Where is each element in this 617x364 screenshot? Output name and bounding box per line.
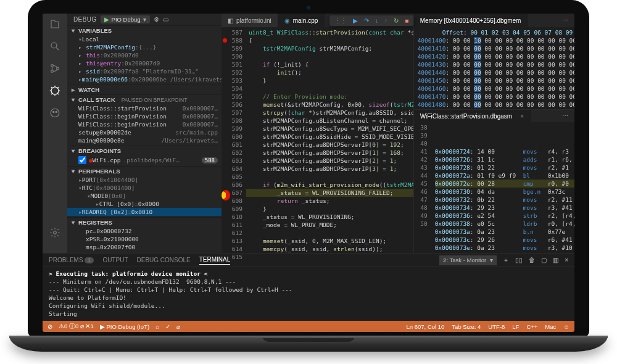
laptop-camera xyxy=(307,6,311,10)
gear-icon[interactable]: ⚙ xyxy=(154,16,159,23)
stack-frame[interactable]: WiFiClass::beginProvision0x0000007… xyxy=(67,112,222,120)
status-item[interactable]: ☺ xyxy=(563,323,569,330)
continue-icon[interactable]: ▶ xyxy=(353,17,358,24)
start-debug-icon: ▶ xyxy=(104,16,109,23)
variable-row[interactable]: ▸main@00000e66: 0x200006be /Users/ikrave… xyxy=(67,75,222,83)
tab-memory[interactable]: Memory [0x40001400+256].dbgmem xyxy=(414,14,528,27)
panel-tab[interactable]: PROBLEMS 1 xyxy=(49,257,94,263)
debug-toolbar[interactable]: ⋮⋮ ▶ ↷ ↓ ↑ ↻ ■ xyxy=(329,15,413,26)
variable-row[interactable]: ▸this@entry: 0x200007d0 xyxy=(67,59,222,67)
svg-point-6 xyxy=(53,111,54,112)
peripheral-register[interactable]: ▸ CTRL [0x0] = 0x0000 xyxy=(67,200,222,208)
section-breakpoints[interactable]: ▾BREAKPOINTS xyxy=(67,146,222,155)
split-terminal-icon[interactable]: ▯▯ xyxy=(515,257,523,263)
tab-bar-memory: Memory [0x40001400+256].dbgmem ⋯ xyxy=(414,14,574,27)
stack-frame[interactable]: main@00000e8e/Users/ikravets… xyxy=(67,136,222,144)
search-icon[interactable] xyxy=(48,39,62,53)
section-callstack[interactable]: ▾CALL STACKPAUSED ON BREAKPOINT xyxy=(67,95,222,104)
step-over-icon[interactable]: ↷ xyxy=(364,17,369,24)
svg-point-0 xyxy=(51,43,57,48)
register-row[interactable]: msp = 0x20007f00 xyxy=(67,243,222,251)
stack-frame[interactable]: WiFiClass::startProvision0x0000007… xyxy=(67,104,222,112)
peripheral-node[interactable]: ▾ RTC [0x40001400] xyxy=(67,184,222,192)
svg-point-8 xyxy=(54,231,57,234)
section-variables[interactable]: ▾VARIABLES xyxy=(67,26,222,35)
scope-local[interactable]: ▾ Local xyxy=(67,35,222,43)
trash-icon[interactable]: 🗑 xyxy=(529,257,535,263)
debug-icon[interactable] xyxy=(48,84,62,97)
status-item[interactable]: Tab Size: 4 xyxy=(452,323,481,330)
code-editor[interactable]: 5875885895905915925935945955965975985996… xyxy=(222,27,413,253)
peripheral-node[interactable]: ▸ PORT [0x41004400] xyxy=(67,176,222,184)
scm-icon[interactable] xyxy=(48,62,62,75)
svg-point-1 xyxy=(51,65,54,67)
settings-icon[interactable] xyxy=(48,226,62,239)
terminal-selector[interactable]: 2: Task - Monitor ▾ xyxy=(439,255,497,265)
terminal-output[interactable]: > Executing task: platformio device moni… xyxy=(43,267,574,321)
memory-hex-view[interactable]: Offset: 00 01 02 03 04 05 06 07 08 09 0A… xyxy=(414,27,574,109)
variable-row[interactable]: ▸ssid: 0x20007fa8 "PlatformIO-31…" xyxy=(67,67,222,75)
peripheral-register[interactable]: ▸ READREQ [0x2] = 0x0010 xyxy=(67,208,222,216)
breakpoint-checkbox[interactable] xyxy=(78,156,86,164)
peripheral-node[interactable]: ▾ MODE0 [0x0] xyxy=(67,192,222,200)
step-out-icon[interactable]: ↑ xyxy=(384,17,387,24)
vscode-window: DEBUG ▶ PIO Debug ▾ ⚙ ▭ ▾VARIABLES ▾ Loc… xyxy=(43,14,574,332)
debug-title: DEBUG xyxy=(73,16,97,23)
laptop-base xyxy=(9,336,608,352)
register-row[interactable]: pc = 0x00000732 xyxy=(67,227,222,235)
restart-icon[interactable]: ↻ xyxy=(394,17,399,24)
panel-tabbar: PROBLEMS 1OUTPUTDEBUG CONSOLETERMINAL 2:… xyxy=(43,254,574,267)
svg-point-4 xyxy=(51,87,59,94)
new-terminal-icon[interactable]: ＋ xyxy=(503,256,509,265)
maximize-panel-icon[interactable]: ▢ xyxy=(541,257,547,263)
section-peripherals[interactable]: ▾PERIPHERALS xyxy=(67,167,222,176)
editor-tab[interactable]: ◧platformio.ini xyxy=(222,14,278,27)
debug-header: DEBUG ▶ PIO Debug ▾ ⚙ ▭ xyxy=(67,14,222,25)
close-panel-icon[interactable]: × xyxy=(565,257,568,263)
stack-frame[interactable]: WiFiClass::beginProvision0x0000007… xyxy=(67,120,222,128)
drag-handle-icon[interactable]: ⋮⋮ xyxy=(334,17,347,24)
more-icon[interactable]: ⋯ xyxy=(562,17,569,24)
panel-tab[interactable]: DEBUG CONSOLE xyxy=(136,257,190,263)
svg-point-7 xyxy=(56,111,57,112)
platformio-icon[interactable] xyxy=(48,106,62,120)
status-item[interactable]: ⌂ xyxy=(155,323,159,331)
more-icon[interactable]: ⋯ xyxy=(562,112,569,120)
svg-point-2 xyxy=(51,70,54,73)
editor-tab[interactable]: ◉main.cpp xyxy=(278,14,325,27)
editor-group-right: Memory [0x40001400+256].dbgmem ⋯ Offset:… xyxy=(413,14,574,253)
status-item[interactable]: ✓ xyxy=(165,323,170,331)
status-item[interactable]: Ln 607, Col 10 xyxy=(407,323,445,330)
status-bar: ⊘⚠0 ⓘ0 ⌀ ✕1▶ PIO Debug (IoT)⌂✓⌀ Ln 607, … xyxy=(43,321,574,332)
status-item[interactable]: Mac xyxy=(545,323,556,330)
status-item[interactable]: ⌀ xyxy=(176,323,180,331)
tab-bar-left: ◧platformio.ini◉main.cpp ⋮⋮ ▶ ↷ ↓ ↑ ↻ ■ xyxy=(222,14,413,27)
svg-point-5 xyxy=(51,109,59,117)
section-registers[interactable]: ▾REGISTERS xyxy=(67,218,222,227)
register-row[interactable]: xPSR = 0x21000000 xyxy=(67,235,222,243)
debug-sidebar: DEBUG ▶ PIO Debug ▾ ⚙ ▭ ▾VARIABLES ▾ Loc… xyxy=(67,14,222,253)
status-item[interactable]: ▶ PIO Debug (IoT) xyxy=(100,323,149,331)
status-item[interactable]: LF xyxy=(512,323,519,330)
breakpoint-row[interactable]: ● WiFi.cpp .piolibdeps/WiF…588 xyxy=(67,155,222,165)
status-item[interactable]: UTF-8 xyxy=(488,323,505,330)
disassembly-view[interactable]: 38394041424344454647484950 0x00000724: 1… xyxy=(414,122,574,253)
step-into-icon[interactable]: ↓ xyxy=(375,17,378,24)
variable-row[interactable]: ▸this: 0x200007d0 xyxy=(67,51,222,59)
status-item[interactable]: ⊘ xyxy=(48,323,52,331)
status-item[interactable]: ⚠0 ⓘ0 ⌀ ✕1 xyxy=(59,323,94,331)
debug-console-icon[interactable]: ▭ xyxy=(163,16,168,23)
variable-row[interactable]: ▸strM2MAPConfig: {...} xyxy=(67,43,222,51)
svg-point-3 xyxy=(57,67,59,70)
close-icon[interactable]: × xyxy=(520,113,524,120)
status-item[interactable]: C++ xyxy=(526,323,537,330)
editor-group-left: ◧platformio.ini◉main.cpp ⋮⋮ ▶ ↷ ↓ ↑ ↻ ■ xyxy=(222,14,413,253)
layout-icon[interactable]: ▥ xyxy=(553,257,558,263)
panel-tab[interactable]: OUTPUT xyxy=(102,257,128,263)
section-watch[interactable]: ▸WATCH xyxy=(67,85,222,94)
stack-frame[interactable]: setup@0x00002desrc/main.cpp xyxy=(67,128,222,136)
tab-disassembly[interactable]: WiFiClass::startProvision.dbgasm× xyxy=(414,110,531,122)
stop-icon[interactable]: ■ xyxy=(405,17,408,24)
explorer-icon[interactable] xyxy=(48,17,62,31)
debug-config-selector[interactable]: ▶ PIO Debug ▾ xyxy=(101,15,150,23)
